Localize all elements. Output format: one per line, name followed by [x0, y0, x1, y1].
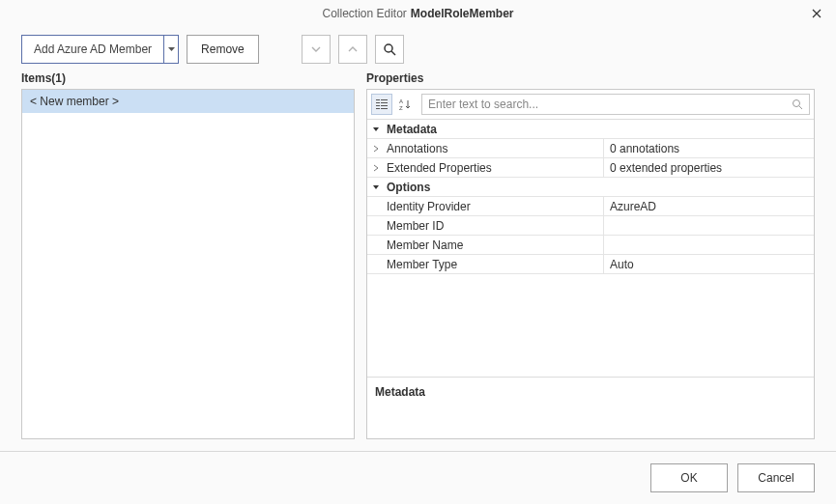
- category-row-options[interactable]: Options: [367, 178, 814, 197]
- svg-rect-2: [376, 99, 380, 100]
- search-icon: [792, 98, 803, 110]
- property-name: Member Name: [385, 238, 603, 252]
- svg-line-13: [799, 106, 802, 109]
- properties-panel: A Z Enter text to search...: [366, 89, 815, 439]
- add-member-split-button: Add Azure AD Member: [21, 35, 179, 64]
- expand-icon[interactable]: [367, 164, 385, 172]
- property-row-member-id[interactable]: Member ID: [367, 216, 814, 236]
- svg-point-0: [385, 44, 392, 52]
- move-up-button[interactable]: [338, 35, 367, 64]
- alphabetical-view-button[interactable]: A Z: [394, 94, 416, 115]
- property-name: Member Type: [385, 258, 603, 271]
- footer: OK Cancel: [0, 452, 836, 504]
- move-down-button[interactable]: [302, 35, 331, 64]
- caret-down-icon: [168, 47, 175, 51]
- svg-text:A: A: [399, 98, 403, 104]
- chevron-up-icon: [348, 46, 358, 52]
- property-row-member-type[interactable]: Member Type Auto: [367, 255, 814, 274]
- close-button[interactable]: [807, 4, 826, 23]
- property-name: Identity Provider: [385, 200, 603, 213]
- property-row-identity-provider[interactable]: Identity Provider AzureAD: [367, 197, 814, 216]
- categorized-view-button[interactable]: [371, 94, 392, 115]
- properties-toolbar: A Z Enter text to search...: [367, 90, 814, 120]
- property-value[interactable]: Auto: [603, 255, 814, 273]
- svg-rect-9: [381, 108, 388, 109]
- property-row-annotations[interactable]: Annotations 0 annotations: [367, 139, 814, 158]
- category-name: Options: [385, 181, 603, 194]
- title-prefix: Collection Editor: [322, 7, 406, 20]
- svg-rect-5: [381, 102, 388, 103]
- properties-header: Properties: [366, 71, 815, 85]
- items-header: Items(1): [21, 71, 355, 85]
- category-row-metadata[interactable]: Metadata: [367, 120, 814, 139]
- property-value[interactable]: [603, 216, 814, 235]
- remove-button[interactable]: Remove: [187, 35, 259, 64]
- alphabetical-icon: A Z: [398, 98, 412, 111]
- category-name: Metadata: [385, 123, 603, 136]
- svg-text:Z: Z: [399, 105, 403, 111]
- list-item[interactable]: < New member >: [22, 90, 354, 113]
- property-name: Annotations: [385, 142, 603, 155]
- svg-rect-4: [376, 102, 380, 103]
- property-row-member-name[interactable]: Member Name: [367, 236, 814, 255]
- close-icon: [812, 9, 822, 18]
- property-row-extended-properties[interactable]: Extended Properties 0 extended propertie…: [367, 158, 814, 178]
- property-name: Extended Properties: [385, 161, 603, 175]
- title-name: ModelRoleMember: [411, 7, 514, 20]
- categorized-icon: [375, 98, 389, 111]
- items-column: Items(1) < New member >: [21, 71, 355, 439]
- svg-rect-6: [376, 105, 380, 106]
- svg-rect-3: [381, 99, 388, 100]
- items-list[interactable]: < New member >: [21, 89, 355, 439]
- property-name: Member ID: [385, 219, 603, 233]
- collapse-icon[interactable]: [367, 183, 385, 191]
- svg-rect-8: [376, 108, 380, 109]
- cancel-button[interactable]: Cancel: [737, 463, 815, 492]
- add-member-dropdown-button[interactable]: [163, 35, 179, 64]
- property-value[interactable]: 0 extended properties: [603, 158, 814, 177]
- property-search-input[interactable]: Enter text to search...: [421, 94, 810, 115]
- collapse-icon[interactable]: [367, 126, 385, 133]
- property-value[interactable]: [603, 236, 814, 254]
- property-value[interactable]: AzureAD: [603, 197, 814, 215]
- properties-column: Properties A Z: [366, 71, 815, 439]
- add-member-button[interactable]: Add Azure AD Member: [21, 35, 163, 64]
- search-button[interactable]: [375, 35, 404, 64]
- ok-button[interactable]: OK: [650, 463, 728, 492]
- svg-rect-7: [381, 105, 388, 106]
- expand-icon[interactable]: [367, 145, 385, 153]
- svg-point-12: [793, 100, 800, 107]
- toolbar: Add Azure AD Member Remove: [0, 27, 836, 71]
- chevron-down-icon: [311, 46, 321, 52]
- titlebar: Collection Editor ModelRoleMember: [0, 0, 836, 27]
- property-description-header: Metadata: [367, 377, 814, 438]
- svg-line-1: [391, 51, 395, 55]
- main-area: Items(1) < New member > Properties A: [0, 71, 836, 451]
- property-grid[interactable]: Metadata Annotations 0 annotations Exten…: [367, 120, 814, 377]
- magnify-icon: [383, 42, 396, 56]
- search-placeholder: Enter text to search...: [428, 98, 538, 111]
- property-value[interactable]: 0 annotations: [603, 139, 814, 157]
